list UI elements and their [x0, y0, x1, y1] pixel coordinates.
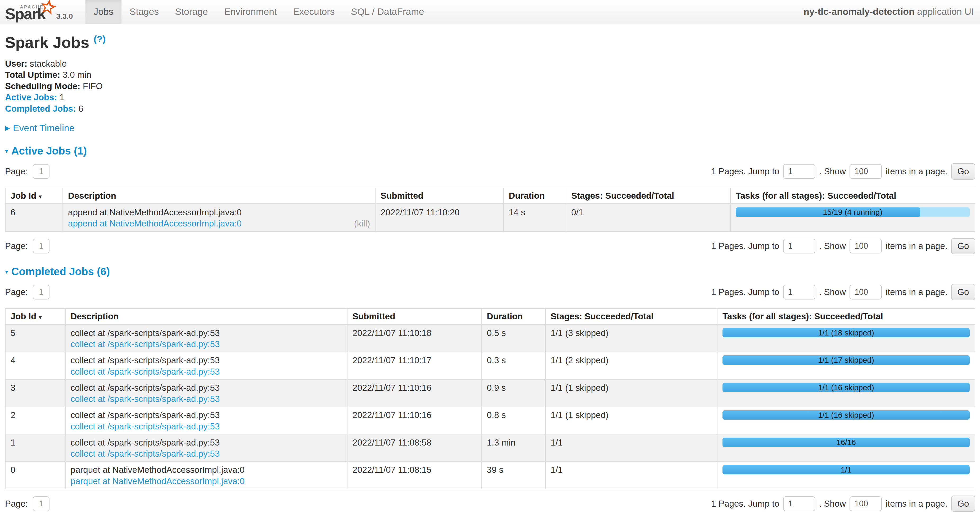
tab-executors[interactable]: Executors — [285, 0, 343, 24]
tab-storage[interactable]: Storage — [167, 0, 216, 24]
page-number-input[interactable] — [33, 164, 49, 179]
go-button[interactable]: Go — [951, 238, 975, 254]
page-size-input[interactable] — [850, 164, 882, 179]
job-stages: 1/1 (3 skipped) — [546, 324, 718, 352]
tab-jobs[interactable]: Jobs — [86, 0, 121, 24]
col-header-submitted[interactable]: Submitted — [375, 188, 503, 204]
summary-item-total-uptime: Total Uptime: 3.0 min — [5, 70, 975, 79]
spark-jobs-page: APACHE Spark 3.3.0 JobsStagesStorageEnvi… — [0, 0, 980, 512]
expanded-arrow-icon: ▾ — [5, 148, 8, 154]
completed-jobs-header[interactable]: ▾Completed Jobs (6) — [5, 266, 975, 278]
event-timeline-toggle[interactable]: ▶Event Timeline — [5, 123, 975, 133]
tasks-progress-bar: 1/1 — [722, 465, 970, 474]
summary-label: Total Uptime: — [5, 70, 60, 79]
summary-value: FIFO — [83, 81, 103, 91]
page-selector: Page: — [5, 496, 49, 511]
jump-to-page-input[interactable] — [783, 239, 815, 253]
job-tasks-cell: 16/16 — [717, 434, 975, 462]
page-size-input[interactable] — [850, 285, 882, 300]
pages-count-text: 1 Pages. Jump to — [711, 241, 780, 251]
job-description: collect at /spark-scripts/spark-ad.py:53 — [71, 382, 342, 394]
summary-label[interactable]: Active Jobs: — [5, 92, 57, 102]
progress-label: 16/16 — [722, 438, 970, 447]
col-header-description[interactable]: Description — [65, 308, 347, 324]
col-header-duration[interactable]: Duration — [482, 308, 546, 324]
col-header-tasks-for-all-stages-succeeded-total[interactable]: Tasks (for all stages): Succeeded/Total — [717, 308, 975, 324]
tasks-progress-bar: 1/1 (17 skipped) — [722, 355, 970, 365]
page-content: Spark Jobs (?) User: stackableTotal Upti… — [0, 33, 980, 512]
job-row-6: 6append at NativeMethodAccessorImpl.java… — [5, 204, 975, 232]
spark-logo-link[interactable]: APACHE Spark 3.3.0 — [0, 0, 78, 24]
jump-to-page-input[interactable] — [783, 164, 815, 179]
app-name: ny-tlc-anomaly-detection application UI — [803, 0, 980, 24]
help-link[interactable]: (?) — [94, 34, 106, 45]
col-header-job-id[interactable]: Job Id ▾ — [5, 188, 63, 204]
items-text: items in a page. — [886, 167, 947, 176]
table-header-row: Job Id ▾DescriptionSubmittedDurationStag… — [5, 188, 975, 204]
job-tasks-cell: 1/1 (16 skipped) — [717, 407, 975, 434]
job-description-link[interactable]: collect at /spark-scripts/spark-ad.py:53 — [71, 448, 220, 459]
job-tasks-cell: 1/1 (16 skipped) — [717, 380, 975, 407]
job-id: 3 — [5, 380, 65, 407]
pagination-completed-bottom: Page:1 Pages. Jump to. Showitems in a pa… — [5, 496, 975, 512]
col-header-tasks-for-all-stages-succeeded-total[interactable]: Tasks (for all stages): Succeeded/Total — [730, 188, 975, 204]
page-number-input[interactable] — [33, 239, 49, 253]
job-tasks-cell: 15/19 (4 running) — [730, 204, 975, 232]
go-button[interactable]: Go — [951, 284, 975, 300]
col-header-duration[interactable]: Duration — [503, 188, 566, 204]
job-description-link[interactable]: collect at /spark-scripts/spark-ad.py:53 — [71, 394, 220, 405]
page-selector: Page: — [5, 285, 49, 300]
job-description-cell: collect at /spark-scripts/spark-ad.py:53… — [65, 434, 347, 462]
job-description-cell: collect at /spark-scripts/spark-ad.py:53… — [65, 407, 347, 434]
col-header-submitted[interactable]: Submitted — [347, 308, 482, 324]
page-size-input[interactable] — [850, 496, 882, 511]
progress-label: 15/19 (4 running) — [736, 207, 970, 217]
jump-to-page-input[interactable] — [783, 496, 815, 511]
items-text: items in a page. — [886, 499, 947, 509]
show-text: . Show — [819, 287, 846, 297]
page-jump-controls: 1 Pages. Jump to. Showitems in a page.Go — [711, 238, 975, 254]
go-button[interactable]: Go — [951, 496, 975, 512]
job-stages: 1/1 — [546, 434, 718, 462]
progress-label: 1/1 (18 skipped) — [722, 328, 970, 337]
job-submitted: 2022/11/07 11:10:16 — [347, 380, 482, 407]
summary-label[interactable]: Completed Jobs: — [5, 104, 76, 113]
tab-stages[interactable]: Stages — [121, 0, 167, 24]
job-tasks-cell: 1/1 (17 skipped) — [717, 352, 975, 380]
active-jobs-header[interactable]: ▾Active Jobs (1) — [5, 145, 975, 157]
items-text: items in a page. — [886, 241, 947, 251]
tab-sql-dataframe[interactable]: SQL / DataFrame — [343, 0, 432, 24]
tab-environment[interactable]: Environment — [216, 0, 285, 24]
page-size-input[interactable] — [850, 239, 882, 253]
job-description-link[interactable]: collect at /spark-scripts/spark-ad.py:53 — [71, 366, 220, 378]
job-description-link[interactable]: append at NativeMethodAccessorImpl.java:… — [68, 218, 242, 229]
page-jump-controls: 1 Pages. Jump to. Showitems in a page.Go — [711, 284, 975, 300]
job-stages: 1/1 — [546, 462, 718, 489]
col-header-description[interactable]: Description — [63, 188, 375, 204]
progress-label: 1/1 (16 skipped) — [722, 410, 970, 419]
tasks-progress-bar: 1/1 (18 skipped) — [722, 328, 970, 337]
spark-version: 3.3.0 — [56, 12, 73, 21]
page-number-input[interactable] — [33, 285, 49, 300]
col-header-stages-succeeded-total[interactable]: Stages: Succeeded/Total — [546, 308, 718, 324]
kill-link[interactable]: (kill) — [354, 218, 370, 229]
job-submitted: 2022/11/07 11:10:18 — [347, 324, 482, 352]
app-name-text: ny-tlc-anomaly-detection — [803, 6, 914, 17]
col-header-stages-succeeded-total[interactable]: Stages: Succeeded/Total — [566, 188, 730, 204]
job-row-0: 0parquet at NativeMethodAccessorImpl.jav… — [5, 462, 975, 489]
job-duration: 14 s — [503, 204, 566, 232]
job-description-link[interactable]: parquet at NativeMethodAccessorImpl.java… — [71, 476, 245, 487]
job-row-5: 5collect at /spark-scripts/spark-ad.py:5… — [5, 324, 975, 352]
summary-value: stackable — [30, 59, 67, 68]
job-id: 6 — [5, 204, 63, 232]
items-text: items in a page. — [886, 287, 947, 297]
go-button[interactable]: Go — [951, 163, 975, 179]
job-tasks-cell: 1/1 (18 skipped) — [717, 324, 975, 352]
summary-item-user: User: stackable — [5, 59, 975, 68]
job-submitted: 2022/11/07 11:10:16 — [347, 407, 482, 434]
col-header-job-id[interactable]: Job Id ▾ — [5, 308, 65, 324]
page-number-input[interactable] — [33, 496, 49, 511]
job-description-link[interactable]: collect at /spark-scripts/spark-ad.py:53 — [71, 421, 220, 432]
job-description-link[interactable]: collect at /spark-scripts/spark-ad.py:53 — [71, 339, 220, 350]
jump-to-page-input[interactable] — [783, 285, 815, 300]
